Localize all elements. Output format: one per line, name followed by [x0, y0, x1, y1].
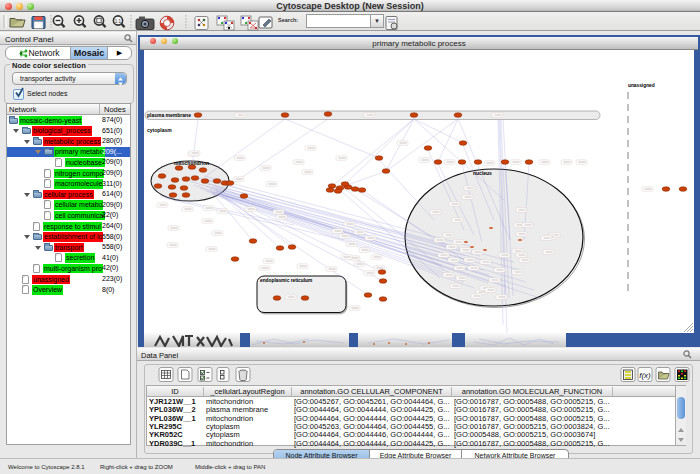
svg-text:cytoplasm: cytoplasm [147, 127, 172, 133]
svg-text:mitochondrion: mitochondrion [174, 160, 209, 166]
svg-text:nucleus: nucleus [473, 170, 492, 176]
svg-text:f(x): f(x) [639, 371, 651, 380]
svg-text:1:1: 1:1 [115, 19, 122, 24]
svg-text:endoplasmic reticulum: endoplasmic reticulum [260, 278, 312, 283]
svg-text:unassigned: unassigned [628, 83, 655, 88]
svg-text:plasma membrane: plasma membrane [147, 112, 191, 118]
